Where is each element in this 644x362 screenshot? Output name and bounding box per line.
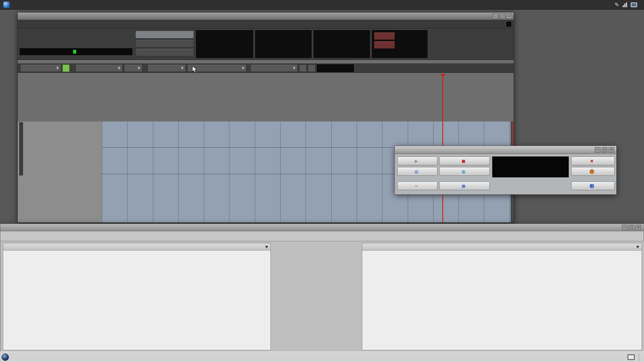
- connections-window: — □ ✕ ▼ ▼: [0, 224, 644, 352]
- jack-about-button[interactable]: i: [571, 181, 615, 190]
- jack-setup-button[interactable]: [571, 167, 615, 176]
- jack-quit-button[interactable]: ✖: [571, 156, 615, 165]
- maximize-icon[interactable]: □: [629, 225, 634, 230]
- chevron-down-icon: ▼: [265, 245, 268, 249]
- zoom-preset-combo[interactable]: ▼: [124, 64, 142, 72]
- editor-toolbar: ▼ ▼ ▼ ▼ ▼ ▼: [18, 63, 514, 73]
- mouse-mode-combo[interactable]: ▼: [250, 64, 298, 72]
- selection-clocks: [314, 30, 370, 58]
- primary-clock[interactable]: [196, 30, 253, 58]
- nudge-back-button[interactable]: [299, 64, 307, 72]
- edit-mode-combo[interactable]: ▼: [20, 64, 61, 72]
- jack-session-button[interactable]: ▦: [439, 167, 490, 176]
- chevron-down-icon: ▼: [138, 66, 140, 70]
- minimize-icon[interactable]: —: [595, 147, 601, 152]
- secondary-clock[interactable]: [255, 30, 312, 58]
- minimize-icon[interactable]: —: [493, 14, 498, 19]
- qjackctl-window: — □ ✕ ▶ ■ ▤ ▦ ✂ ▩ ✖ i: [394, 146, 617, 195]
- input-ports-header[interactable]: ▼: [362, 243, 642, 251]
- jack-status-display: [492, 156, 569, 177]
- connections-content: ▼ ▼: [0, 241, 644, 352]
- auto-return-button[interactable]: [135, 48, 194, 56]
- punch-panel: [372, 30, 427, 58]
- close-icon[interactable]: ✕: [609, 147, 614, 152]
- shuttle-control[interactable]: [20, 48, 132, 55]
- error-log-indicator[interactable]: [506, 22, 511, 27]
- jack-connect-button[interactable]: ✂: [397, 181, 438, 190]
- punch-out-button[interactable]: [374, 41, 395, 49]
- jack-messages-button[interactable]: ▤: [397, 167, 438, 176]
- chevron-down-icon: ▼: [118, 66, 120, 70]
- applications-menu-icon[interactable]: [3, 2, 10, 8]
- jack-stop-button[interactable]: ■: [439, 156, 490, 165]
- taskbar-display-icon[interactable]: [627, 354, 635, 360]
- stop-icon: ■: [462, 159, 465, 163]
- playhead-marker[interactable]: [440, 74, 445, 77]
- jack-patchbay-button[interactable]: ▩: [439, 181, 490, 190]
- sync-source-button[interactable]: [135, 31, 194, 39]
- display-tray-icon[interactable]: [631, 2, 637, 7]
- connection-cables: [271, 267, 362, 362]
- info-icon: i: [590, 184, 594, 188]
- qjackctl-titlebar[interactable]: — □ ✕: [395, 146, 616, 154]
- edit-point-combo[interactable]: ▼: [75, 64, 123, 72]
- nudge-forward-button[interactable]: [308, 64, 316, 72]
- qjackctl-body: ▶ ■ ▤ ▦ ✂ ▩ ✖ i: [395, 154, 616, 194]
- maximize-icon[interactable]: □: [602, 147, 607, 152]
- edit-group-column[interactable]: [19, 122, 23, 175]
- grid-mode-combo[interactable]: ▼: [147, 64, 186, 72]
- panel-tray: ✎: [615, 2, 641, 8]
- patch-cable-icon: ✂: [415, 184, 418, 188]
- output-ports-panel: ▼: [3, 243, 271, 350]
- taskbar-menu-icon[interactable]: [2, 354, 9, 361]
- ardour-titlebar[interactable]: — □ ✕: [18, 12, 514, 20]
- output-ports-header[interactable]: ▼: [3, 243, 270, 251]
- monitor-graph-icon[interactable]: [623, 2, 627, 7]
- maximize-icon[interactable]: □: [500, 14, 505, 19]
- nudge-clock[interactable]: [317, 64, 354, 72]
- ardour-menubar: [18, 20, 514, 29]
- input-ports-panel: ▼: [362, 243, 642, 350]
- transport-bar: [18, 29, 514, 60]
- chevron-down-icon: ▼: [293, 66, 295, 70]
- punch-in-button[interactable]: [374, 32, 395, 40]
- pencil-tray-icon[interactable]: ✎: [615, 2, 619, 8]
- chevron-down-icon: ▼: [181, 66, 184, 70]
- taskbar-separator: [639, 354, 639, 361]
- follow-edits-button[interactable]: [135, 39, 194, 47]
- minimize-icon[interactable]: —: [622, 225, 627, 230]
- close-icon[interactable]: ✕: [506, 14, 512, 19]
- chevron-down-icon: ▼: [636, 245, 639, 249]
- gear-icon: [590, 169, 594, 174]
- shuttle-handle[interactable]: [73, 49, 76, 54]
- close-icon[interactable]: ✕: [636, 225, 641, 230]
- connections-titlebar[interactable]: — □ ✕: [0, 224, 644, 231]
- smart-mode-button[interactable]: [62, 64, 70, 72]
- jack-start-button[interactable]: ▶: [397, 156, 438, 165]
- input-ports-tree: [362, 251, 642, 350]
- chevron-down-icon: ▼: [242, 66, 244, 70]
- desktop-panel: ✎: [0, 0, 644, 10]
- play-icon: ▶: [415, 159, 418, 163]
- messages-icon: ▤: [415, 169, 418, 174]
- patchbay-icon: ▩: [462, 184, 465, 188]
- quit-icon: ✖: [590, 159, 593, 163]
- chevron-down-icon: ▼: [56, 66, 59, 70]
- mouse-cursor: [192, 66, 198, 74]
- jack-transport-buttons: [492, 181, 569, 190]
- taskbar: [0, 352, 644, 362]
- output-ports-tree: [3, 251, 270, 350]
- session-icon: ▦: [462, 169, 465, 174]
- sync-options: [135, 31, 194, 56]
